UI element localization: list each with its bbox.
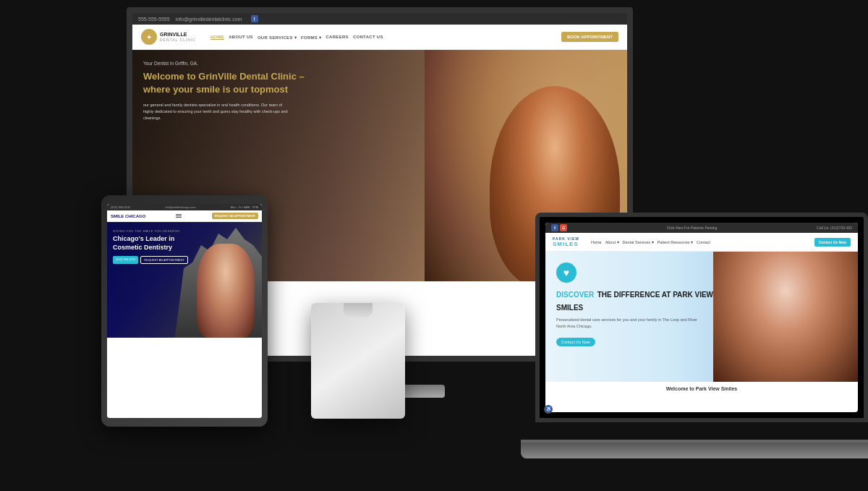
pvs-logo: PARK VIEW SMILES <box>553 236 579 247</box>
pvs-facebook-icon[interactable]: f <box>551 224 558 231</box>
pvs-social-icons: f G <box>551 224 567 231</box>
pvs-hero-logo-icon: ♥ <box>556 262 576 283</box>
gv-topbar: 555-555-5555 info@grinvilledentalclinic.… <box>132 13 627 25</box>
pvs-contact-now-button[interactable]: Contact Us Now <box>814 238 851 247</box>
chi-call-button[interactable]: (312) 944-4131 <box>113 256 138 264</box>
card-device <box>311 303 405 426</box>
card-body <box>311 303 405 419</box>
gv-navbar: ✦ GRINVILLE DENTAL CLINIC HOME ABOUT US … <box>132 25 627 50</box>
gv-nav-careers[interactable]: CAREERS <box>326 35 348 39</box>
chi-email: info@smilechicago.com <box>165 205 195 209</box>
gv-hero-content: Your Dentist in Griffin, GA. Welcome to … <box>143 61 331 121</box>
gv-hero-body: our general and family dentists speciali… <box>143 102 288 121</box>
gv-hero-title: Welcome to GrinVille Dental Clinic – whe… <box>143 70 331 96</box>
gv-nav-forms[interactable]: FORMS ▾ <box>301 35 321 40</box>
pvs-navbar: PARK VIEW SMILES Home About ▾ Dental Ser… <box>545 233 858 252</box>
card-notch <box>344 303 373 317</box>
pvs-contact-us-button[interactable]: Contact Us Now <box>556 338 595 346</box>
pvs-logo-bottom: SMILES <box>553 241 579 247</box>
pvs-parking: Click Here For Patients Parking <box>667 226 718 230</box>
pvs-topbar: f G Click Here For Patients Parking Call… <box>545 223 858 233</box>
pvs-nav-dental-services[interactable]: Dental Services ▾ <box>623 240 654 244</box>
chi-hero-title: Chicago's Leader in Cosmetic Dentistry <box>113 235 192 252</box>
scene: 555-555-5555 info@grinvilledentalclinic.… <box>0 0 868 491</box>
gv-nav-home[interactable]: HOME <box>210 35 224 40</box>
pvs-hero-subtitle: Personalized dental care services for yo… <box>556 317 701 330</box>
chi-hero-woman-image <box>197 244 255 338</box>
pvs-nav-patient-resources[interactable]: Patient Resources ▾ <box>658 240 693 244</box>
chi-hamburger-icon[interactable] <box>176 214 182 218</box>
chicago-site: (312) 944-4131 info@smilechicago.com Mon… <box>107 204 262 418</box>
gv-nav-links: HOME ABOUT US OUR SERVICES ▾ FORMS ▾ CAR… <box>210 35 554 40</box>
chi-request-button[interactable]: REQUEST AN APPOINTMENT <box>140 256 188 264</box>
gv-nav-services[interactable]: OUR SERVICES ▾ <box>258 35 297 40</box>
tablet-screen: (312) 944-4131 info@smilechicago.com Mon… <box>107 204 262 418</box>
pvs-hero-title: DISCOVER THE DIFFERENCE AT PARK VIEW SMI… <box>556 287 730 313</box>
pvs-topbar-left: f G <box>551 224 567 231</box>
pvs-accessibility-icon[interactable]: ♿ <box>545 405 553 412</box>
chi-topbar: (312) 944-4131 info@smilechicago.com Mon… <box>107 204 262 210</box>
chi-hero: GIVING YOU THE SMILE YOU DESERVE! Chicag… <box>107 222 262 338</box>
laptop-base <box>521 443 868 458</box>
gv-nav-contact[interactable]: CONTACT US <box>353 35 383 39</box>
pvs-phone: Call Us: (312)729-302 <box>817 226 852 230</box>
pvs-nav-home[interactable]: Home <box>591 240 602 244</box>
pvs-welcome-text: Welcome to Park View Smiles <box>545 382 858 396</box>
chi-request-appointment-button[interactable]: REQUEST AN APPOINTMENT <box>212 213 258 219</box>
pvs-hero: ♥ DISCOVER THE DIFFERENCE AT PARK VIEW S… <box>545 252 858 382</box>
laptop-screen: f G Click Here For Patients Parking Call… <box>535 213 868 422</box>
pvs-nav-contact[interactable]: Contact <box>697 240 710 244</box>
pvs-nav-about[interactable]: About ▾ <box>605 240 619 244</box>
gv-email: info@grinvilledentalclinic.com <box>176 17 242 22</box>
pvs-hero-woman-image <box>713 252 858 382</box>
chi-logo: SMILE CHICAGO <box>111 214 145 218</box>
gv-phone: 555-555-5555 <box>138 17 170 22</box>
chi-hours: Mon - Fri: 8AM - 5PM <box>231 205 258 209</box>
tablet-frame: (312) 944-4131 info@smilechicago.com Mon… <box>101 195 268 427</box>
gv-hero-subtitle: Your Dentist in Griffin, GA. <box>143 61 331 66</box>
pvs-hero-content: ♥ DISCOVER THE DIFFERENCE AT PARK VIEW S… <box>556 262 730 346</box>
tablet: (312) 944-4131 info@smilechicago.com Mon… <box>101 195 268 427</box>
park-view-smiles-site: f G Click Here For Patients Parking Call… <box>545 223 858 412</box>
laptop: f G Click Here For Patients Parking Call… <box>535 213 868 458</box>
gv-facebook-icon[interactable]: f <box>251 15 258 22</box>
gv-nav-about[interactable]: ABOUT US <box>229 35 253 39</box>
gv-logo-text: GRINVILLE DENTAL CLINIC <box>160 32 196 42</box>
chi-navbar: SMILE CHICAGO REQUEST AN APPOINTMENT <box>107 210 262 222</box>
pvs-nav-links: Home About ▾ Dental Services ▾ Patient R… <box>591 240 710 244</box>
gv-book-appointment-button[interactable]: BOOK APPOINTMENT <box>561 32 618 42</box>
pvs-discover-text: DISCOVER <box>556 291 594 299</box>
gv-logo: ✦ GRINVILLE DENTAL CLINIC <box>141 29 196 45</box>
chi-phone: (312) 944-4131 <box>111 205 130 209</box>
pvs-google-icon[interactable]: G <box>560 224 567 231</box>
gv-logo-icon: ✦ <box>141 29 157 45</box>
